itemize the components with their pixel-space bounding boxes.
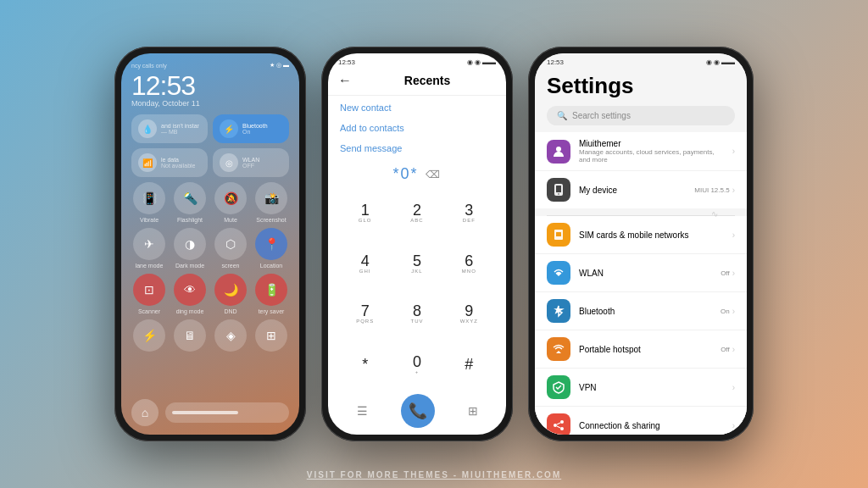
brightness-fill [172, 411, 238, 414]
hotspot-icon [547, 337, 570, 361]
key-8[interactable]: 8 TUV [392, 290, 442, 339]
search-settings-bar[interactable]: 🔍 Search settings [547, 106, 735, 125]
status-bar-2: 12:53 ◉ ◉ ▬▬ [328, 53, 506, 69]
phone-1: ncy calls only ★ ◎ ▬ 12:53 Monday, Octob… [114, 47, 306, 441]
new-contact-link[interactable]: New contact [340, 103, 494, 113]
key-0[interactable]: 0 + [392, 340, 442, 389]
my-device-item[interactable]: My device MIUI 12.5.5 › [535, 171, 747, 208]
call-button[interactable]: 📞 [401, 394, 435, 428]
card2-sub: On [242, 129, 268, 135]
grid-nfc[interactable]: ◈ [213, 319, 248, 354]
bluetooth-settings-icon [547, 299, 570, 323]
battery-label: tery saver [259, 308, 285, 314]
miuithemer-item[interactable]: Miuithemer Manage accounts, cloud servic… [535, 132, 747, 171]
grid-cast[interactable]: 🖥 [172, 319, 208, 354]
menu-icon[interactable]: ☰ [357, 404, 368, 418]
chevron-icon: › [732, 147, 735, 156]
key-5[interactable]: 5 JKL [392, 239, 442, 288]
add-to-contacts-link[interactable]: Add to contacts [340, 123, 494, 133]
settings-content: Miuithemer Manage accounts, cloud servic… [535, 132, 747, 435]
key-star[interactable]: * [340, 340, 390, 389]
vpn-title: VPN [579, 383, 724, 392]
svg-point-0 [556, 147, 561, 152]
dialer-screen: 12:53 ◉ ◉ ▬▬ ← Recents New contact Add t… [328, 53, 506, 435]
grid-airplane[interactable]: ✈ lane mode [131, 228, 167, 269]
connection-text: Connection & sharing [579, 421, 724, 430]
scanner-icon: ⊡ [133, 274, 165, 306]
device-icon [547, 178, 570, 202]
phone-3-screen: 12:53 ◉ ◉ ▬▬ Settings 🔍 Search settings [535, 53, 747, 435]
grid-flash[interactable]: ⚡ [131, 319, 167, 354]
send-message-link[interactable]: Send message [340, 143, 494, 153]
dialer-bottom-bar: ☰ 📞 ⊞ [328, 389, 506, 435]
key-4[interactable]: 4 GHI [340, 239, 390, 288]
miuithemer-icon [547, 140, 570, 164]
grid-screen[interactable]: ⬡ screen [213, 228, 248, 269]
miuithemer-text: Miuithemer Manage accounts, cloud servic… [579, 139, 724, 164]
key-1[interactable]: 1 GLO [340, 188, 390, 237]
bluetooth-item[interactable]: Bluetooth On › [535, 292, 747, 330]
contacts-grid-icon[interactable]: ⊞ [468, 404, 478, 418]
grid-battery[interactable]: 🔋 tery saver [253, 274, 289, 314]
key-2[interactable]: 2 ABC [392, 188, 442, 237]
flash-icon: ⚡ [133, 319, 165, 352]
location-icon: 📍 [255, 228, 287, 260]
bluetooth-right: On › [721, 307, 735, 316]
wlan-icon: ◎ [220, 153, 238, 172]
status-bar-1: ncy calls only ★ ◎ ▬ [131, 62, 289, 69]
grid-darkmode[interactable]: ◑ Dark mode [172, 228, 208, 269]
svg-line-10 [557, 426, 560, 428]
card1-sub: — MB [161, 129, 199, 135]
connection-icon [547, 413, 570, 435]
reading-icon: 👁 [174, 274, 206, 306]
bluetooth-status: On [721, 308, 730, 315]
location-label: Location [260, 263, 282, 269]
water-icon: 💧 [138, 119, 157, 138]
back-button[interactable]: ← [338, 73, 352, 88]
mobile-data-card[interactable]: 💧 and isn't instar — MB [131, 114, 208, 143]
phone-3: 12:53 ◉ ◉ ▬▬ Settings 🔍 Search settings [528, 47, 754, 441]
mute-icon: 🔕 [214, 182, 247, 214]
brightness-slider[interactable] [165, 402, 289, 423]
key-3[interactable]: 3 DEF [444, 188, 494, 237]
delete-icon[interactable]: ⌫ [426, 169, 442, 180]
sim-item[interactable]: SIM cards & mobile networks › [535, 216, 747, 254]
bluetooth-card[interactable]: ⚡ Bluetooth On [213, 114, 289, 143]
key-9[interactable]: 9 WXYZ [444, 290, 494, 339]
grid-flashlight[interactable]: 🔦 Flashlight [172, 182, 208, 223]
grid-screenshot[interactable]: 📸 Screenshot [253, 182, 289, 223]
hotspot-text: Portable hotspot [579, 345, 712, 354]
wlan-right: Off › [721, 269, 735, 278]
grid-location[interactable]: 📍 Location [253, 228, 289, 269]
key-6[interactable]: 6 MNO [444, 239, 494, 288]
quick-grid: 📳 Vibrate 🔦 Flashlight 🔕 Mute 📸 Screensh… [131, 182, 289, 354]
quick-row-2: 📶 le data Not available ◎ WLAN OFF [131, 148, 289, 177]
battery-saver-icon: 🔋 [255, 274, 287, 306]
wlan-card[interactable]: ◎ WLAN OFF [213, 148, 289, 177]
phone-2-screen: 12:53 ◉ ◉ ▬▬ ← Recents New contact Add t… [328, 53, 506, 435]
svg-line-9 [557, 423, 560, 424]
dnd-icon: 🌙 [214, 274, 247, 306]
grid-mute[interactable]: 🔕 Mute [213, 182, 248, 223]
settings-screen: 12:53 ◉ ◉ ▬▬ Settings 🔍 Search settings [535, 53, 747, 435]
extra-icon: ⊞ [255, 319, 287, 352]
mobile-data-card2[interactable]: 📶 le data Not available [131, 148, 208, 177]
card3-sub: Not available [161, 163, 195, 169]
grid-reading[interactable]: 👁 ding mode [172, 274, 208, 314]
bluetooth-title: Bluetooth [579, 307, 712, 316]
vibrate-label: Vibrate [140, 217, 159, 223]
connection-sharing-item[interactable]: Connection & sharing › [535, 407, 747, 435]
screen-icon: ⬡ [214, 228, 247, 260]
time-display: 12:53 [131, 72, 289, 99]
wlan-item[interactable]: WLAN Off › [535, 254, 747, 292]
hotspot-item[interactable]: Portable hotspot Off › [535, 330, 747, 369]
sim-title: SIM cards & mobile networks [579, 230, 724, 240]
grid-vibrate[interactable]: 📳 Vibrate [131, 182, 167, 223]
grid-scanner[interactable]: ⊡ Scanner [131, 274, 167, 314]
vpn-item[interactable]: VPN › [535, 369, 747, 407]
home-button[interactable]: ⌂ [131, 399, 159, 426]
key-hash[interactable]: # [444, 340, 494, 389]
grid-extra[interactable]: ⊞ [253, 319, 289, 354]
key-7[interactable]: 7 PQRS [340, 290, 390, 339]
grid-dnd[interactable]: 🌙 DND [213, 274, 248, 314]
